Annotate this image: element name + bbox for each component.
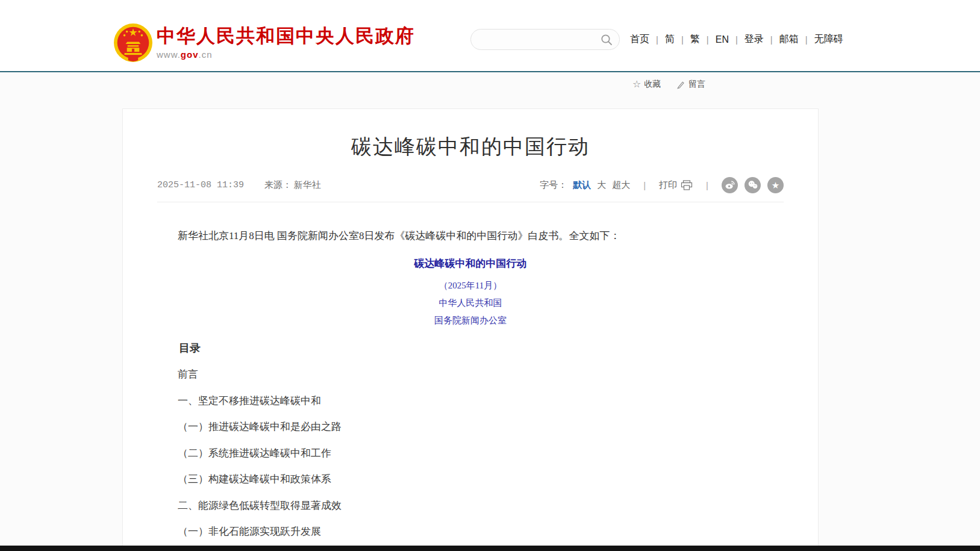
toc-item: （一）非化石能源实现跃升发展 [157, 518, 784, 545]
search-button[interactable] [600, 33, 613, 46]
article-controls: 字号： 默认 大 超大 | 打印 | [540, 177, 784, 193]
nav-english[interactable]: EN [715, 34, 729, 45]
toc-item: （三）构建碳达峰碳中和政策体系 [157, 466, 784, 493]
article-meta-row: 2025-11-08 11:39 来源： 新华社 字号： 默认 大 超大 | 打… [157, 176, 784, 193]
fontsize-default[interactable]: 默认 [573, 179, 591, 191]
top-navigation: 首页 简 繁 EN 登录 邮箱 无障碍 [629, 33, 844, 46]
wechat-icon [747, 179, 758, 190]
publish-date: 2025-11-08 11:39 [157, 180, 244, 190]
site-url-gov: gov [181, 49, 199, 60]
national-emblem-logo [113, 23, 153, 63]
toc-item: （二）系统推进碳达峰碳中和工作 [157, 440, 784, 467]
search-icon [600, 33, 613, 46]
share-wechat-button[interactable] [744, 177, 761, 193]
site-url: www.gov.cn [157, 49, 415, 60]
favorite-button[interactable]: ☆ 收藏 [632, 79, 661, 90]
toc-item: 二、能源绿色低碳转型取得显著成效 [157, 493, 784, 519]
weibo-icon [725, 179, 735, 190]
page-actions: ☆ 收藏 留言 [632, 79, 705, 90]
document-date: （2025年11月） [157, 277, 784, 294]
nav-login[interactable]: 登录 [744, 33, 764, 46]
printer-icon [681, 180, 693, 190]
source-label: 来源： [264, 180, 292, 190]
message-button[interactable]: 留言 [676, 79, 705, 90]
source: 来源： 新华社 [264, 179, 321, 191]
star-outline-icon: ☆ [632, 80, 641, 89]
site-url-www: www. [157, 49, 181, 60]
search-box [470, 29, 620, 50]
share-more-button[interactable]: ★ [767, 177, 784, 193]
nav-home[interactable]: 首页 [629, 33, 650, 46]
nav-mail[interactable]: 邮箱 [779, 33, 799, 46]
separator: | [706, 180, 708, 190]
site-identity: 中华人民共和国中央人民政府 www.gov.cn [157, 26, 415, 60]
bottom-footer-bar [0, 546, 980, 551]
document-title: 碳达峰碳中和的中国行动 [157, 250, 784, 277]
fontsize-label: 字号： [540, 179, 567, 191]
document-org-line1: 中华人民共和国 [157, 294, 784, 312]
share-group: ★ [722, 177, 784, 193]
table-of-contents: 前言 一、坚定不移推进碳达峰碳中和 （一）推进碳达峰碳中和是必由之路 （二）系统… [157, 361, 784, 545]
site-url-cn: .cn [199, 49, 213, 60]
pencil-icon [676, 80, 685, 89]
message-label: 留言 [688, 79, 705, 90]
article-title: 碳达峰碳中和的中国行动 [135, 133, 806, 160]
separator: | [643, 180, 646, 190]
print-label: 打印 [659, 179, 677, 191]
share-weibo-button[interactable] [722, 177, 738, 193]
search-input[interactable] [481, 30, 598, 49]
print-button[interactable]: 打印 [659, 179, 693, 191]
fontsize-xlarge[interactable]: 超大 [612, 179, 630, 191]
nav-traditional[interactable]: 繁 [690, 33, 701, 46]
favorite-label: 收藏 [644, 79, 661, 90]
nav-simplified[interactable]: 简 [664, 33, 675, 46]
toc-item: 前言 [157, 361, 784, 388]
site-title: 中华人民共和国中央人民政府 [157, 26, 415, 46]
toc-heading: 目录 [157, 335, 784, 361]
document-heading-block: 碳达峰碳中和的中国行动 （2025年11月） 中华人民共和国 国务院新闻办公室 [157, 250, 784, 329]
share-star-icon: ★ [772, 181, 779, 190]
toc-item: 一、坚定不移推进碳达峰碳中和 [157, 388, 784, 414]
article-card: 碳达峰碳中和的中国行动 2025-11-08 11:39 来源： 新华社 字号：… [122, 108, 819, 546]
fontsize-large[interactable]: 大 [597, 179, 606, 191]
nav-accessibility[interactable]: 无障碍 [814, 33, 844, 46]
meta-divider [157, 202, 784, 202]
document-org-line2: 国务院新闻办公室 [157, 312, 784, 329]
intro-paragraph: 新华社北京11月8日电 国务院新闻办公室8日发布《碳达峰碳中和的中国行动》白皮书… [157, 223, 784, 249]
article-body: 新华社北京11月8日电 国务院新闻办公室8日发布《碳达峰碳中和的中国行动》白皮书… [157, 223, 784, 545]
source-name: 新华社 [294, 180, 321, 190]
site-header: 中华人民共和国中央人民政府 www.gov.cn 首页 简 繁 EN 登录 邮箱… [0, 0, 980, 72]
toc-item: （一）推进碳达峰碳中和是必由之路 [157, 414, 784, 440]
